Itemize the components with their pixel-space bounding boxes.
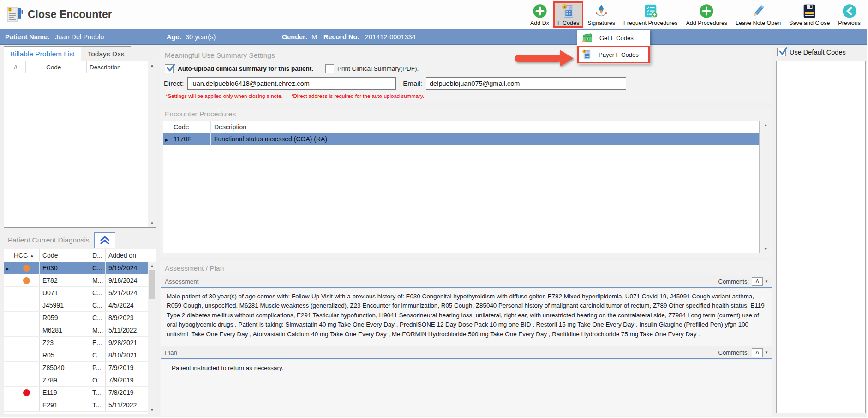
- header-added-on[interactable]: Added on: [106, 249, 148, 261]
- row-marker-cell: [4, 324, 11, 336]
- assessment-text-area[interactable]: Male patient of 30 year(s) of age comes …: [161, 289, 772, 346]
- menu-item-get-f-codes[interactable]: $ Get F Codes: [577, 30, 650, 46]
- header-code[interactable]: Code: [43, 61, 87, 73]
- money-icon: $: [581, 33, 593, 43]
- dx-added-on: 4/5/2024: [106, 299, 148, 311]
- collapse-button[interactable]: [94, 232, 115, 248]
- assessment-comments-button[interactable]: A: [752, 277, 768, 286]
- double-chevron-up-icon: [99, 235, 110, 245]
- plan-comments: Comments: A: [718, 348, 768, 357]
- add-procedures-button[interactable]: Add Procedures: [682, 1, 731, 27]
- patient-name-label: Patient Name:: [5, 33, 50, 41]
- problem-table-scrollbar[interactable]: [148, 61, 156, 227]
- header-code[interactable]: Code: [170, 121, 211, 133]
- comment-template-icon: A: [752, 277, 763, 286]
- previous-button[interactable]: Previous: [834, 1, 865, 27]
- diagnosis-row[interactable]: E030 C... 9/19/2024: [4, 262, 148, 274]
- toolbar: $ Close Encounter Add Dx $ F Codes: [0, 0, 867, 29]
- add-dx-button[interactable]: Add Dx: [526, 1, 553, 27]
- gender-label: Gender:: [282, 33, 308, 41]
- pencil-icon: [750, 3, 766, 19]
- assessment-label: Assessment: [165, 278, 199, 285]
- dx-code: E782: [40, 274, 90, 286]
- tab-billable-problem-list[interactable]: Billable Problem List: [4, 46, 81, 61]
- frequent-procedures-button[interactable]: Frequent Procedures: [619, 1, 682, 27]
- row-marker-cell: [4, 362, 11, 374]
- dx-code: M6281: [40, 324, 90, 336]
- back-arrow-icon: [842, 3, 857, 19]
- scroll-up-icon[interactable]: [148, 262, 156, 270]
- procedure-row[interactable]: 1170F Functional status assessed (COA) (…: [163, 133, 759, 145]
- dx-added-on: 7/9/2019: [106, 374, 148, 386]
- header-hcc[interactable]: HCC: [11, 249, 40, 261]
- header-description[interactable]: Description: [211, 121, 759, 133]
- auto-upload-checkbox[interactable]: [165, 64, 174, 73]
- header-code[interactable]: Code: [40, 249, 90, 261]
- header-description[interactable]: D...: [90, 249, 106, 261]
- menu-item-payer-f-codes[interactable]: $ Payer F Codes: [577, 46, 650, 63]
- diagnosis-row[interactable]: Z789 O... 7/9/2019: [4, 374, 148, 387]
- diagnosis-scrollbar[interactable]: [148, 262, 156, 414]
- diagnosis-row[interactable]: M6281 M... 5/11/2022: [4, 324, 148, 337]
- use-default-codes-label: Use Default Codes: [790, 48, 846, 56]
- diagnosis-row[interactable]: Z23 E... 9/28/2021: [4, 337, 148, 349]
- f-codes-button[interactable]: $ F Codes: [553, 1, 583, 28]
- tab-todays-dxs[interactable]: Todays Dxs: [81, 46, 131, 61]
- procedure-description: Functional status assessed (COA) (RA): [211, 133, 759, 145]
- plan-text-area[interactable]: Patient instructed to return as necessar…: [161, 360, 772, 416]
- use-default-codes-checkbox[interactable]: [777, 48, 786, 56]
- diagnosis-table-header: HCC Code D... Added on: [4, 249, 148, 261]
- diagnosis-row[interactable]: R059 C... 8/9/2023: [4, 312, 148, 324]
- dx-desc: T...: [90, 399, 106, 411]
- scroll-up-icon[interactable]: [148, 61, 156, 69]
- scroll-down-icon[interactable]: [762, 245, 770, 253]
- print-summary-checkbox[interactable]: [325, 64, 334, 73]
- save-and-close-button[interactable]: Save and Close: [785, 1, 834, 27]
- mu-checkbox-row: Auto-upload clinical summary for this pa…: [165, 64, 419, 73]
- hcc-dot-red: [23, 389, 30, 396]
- dx-code: E119: [40, 387, 90, 399]
- procedures-scrollbar[interactable]: [762, 121, 770, 253]
- dx-desc: C...: [90, 349, 106, 361]
- diagnosis-row[interactable]: E782 M... 9/18/2024: [4, 274, 148, 287]
- hcc-cell: [11, 274, 40, 286]
- scroll-down-icon[interactable]: [148, 219, 156, 227]
- row-marker-cell: [4, 399, 11, 411]
- scroll-up-icon[interactable]: [762, 121, 770, 129]
- diagnosis-row[interactable]: J45991 C... 4/5/2024: [4, 299, 148, 312]
- menu-item-label: Payer F Codes: [599, 51, 639, 58]
- dx-desc: T...: [90, 387, 106, 399]
- diagnosis-row[interactable]: Z85040 P... 7/9/2019: [4, 362, 148, 374]
- patient-info-bar: Patient Name: Juan Del Pueblo Age: 30 ye…: [0, 29, 867, 45]
- menu-item-label: Get F Codes: [599, 35, 634, 42]
- signatures-button[interactable]: Signatures: [583, 1, 619, 27]
- dx-desc: C...: [90, 287, 106, 299]
- email-input[interactable]: [426, 77, 626, 90]
- use-default-codes-row: Use Default Codes: [777, 48, 846, 56]
- header-description[interactable]: Description: [87, 61, 148, 73]
- settings-note-1: *Settings will be applied only when clos…: [166, 93, 283, 99]
- patient-name-value: Juan Del Pueblo: [55, 33, 104, 41]
- meaningful-use-settings-group: Meaningful Use Summary Settings Auto-upl…: [160, 48, 772, 103]
- save-floppy-icon: [802, 3, 817, 19]
- diagnosis-row[interactable]: U071 C... 5/21/2024: [4, 287, 148, 299]
- assessment-plan-group: Assessment / Plan Assessment Comments: A…: [160, 261, 772, 417]
- scroll-down-icon[interactable]: [148, 406, 156, 414]
- diagnosis-row[interactable]: E119 T... 7/8/2019: [4, 387, 148, 399]
- leave-note-open-button[interactable]: Leave Note Open: [731, 1, 785, 27]
- title-wrap: $ Close Encounter: [6, 6, 112, 23]
- diagnosis-row[interactable]: R05 C... 8/10/2021: [4, 349, 148, 362]
- toolbar-buttons: Add Dx $ F Codes Signa: [526, 1, 865, 28]
- header-num[interactable]: #: [11, 61, 26, 73]
- age-label: Age:: [167, 33, 181, 41]
- diagnosis-row[interactable]: E291 T... 5/11/2022: [4, 399, 148, 412]
- plan-comments-button[interactable]: A: [752, 348, 768, 357]
- hcc-dot-orange: [23, 265, 30, 272]
- scroll-thumb[interactable]: [149, 270, 155, 299]
- settings-note: *Settings will be applied only when clos…: [166, 93, 424, 99]
- direct-address-input[interactable]: [187, 77, 396, 90]
- dx-desc: C...: [90, 262, 106, 274]
- dx-desc: M...: [90, 274, 106, 286]
- hcc-cell: [11, 287, 40, 299]
- email-label: Email:: [403, 79, 422, 87]
